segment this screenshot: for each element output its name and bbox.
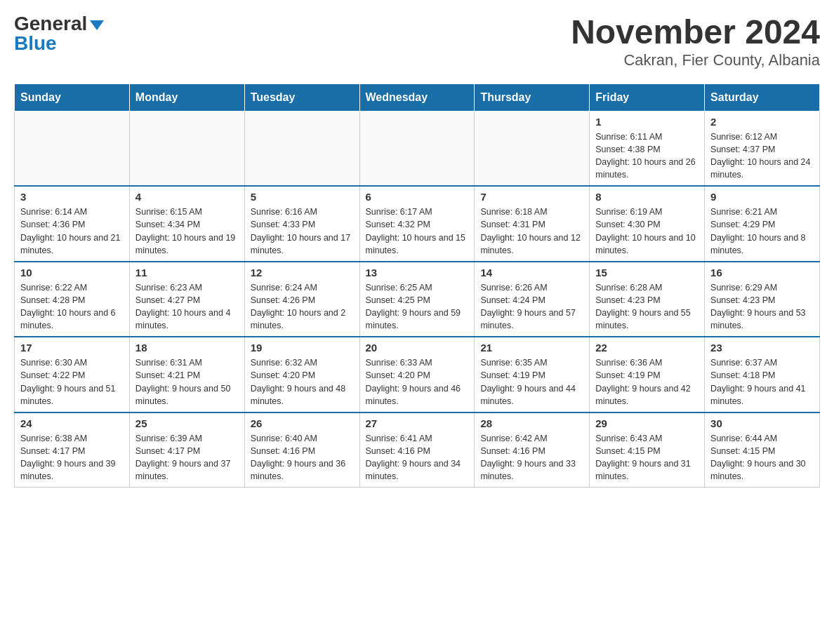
day-number: 18	[135, 342, 239, 354]
col-monday: Monday	[129, 83, 244, 111]
day-info: Sunrise: 6:30 AMSunset: 4:22 PMDaylight:…	[20, 356, 124, 408]
day-info: Sunrise: 6:26 AMSunset: 4:24 PMDaylight:…	[480, 281, 583, 333]
col-saturday: Saturday	[705, 83, 820, 111]
day-number: 2	[710, 116, 814, 128]
month-year-title: November 2024	[571, 14, 820, 51]
day-info: Sunrise: 6:23 AMSunset: 4:27 PMDaylight:…	[135, 281, 239, 333]
table-row: 17Sunrise: 6:30 AMSunset: 4:22 PMDayligh…	[15, 337, 130, 412]
calendar-table: Sunday Monday Tuesday Wednesday Thursday…	[14, 83, 820, 488]
table-row: 26Sunrise: 6:40 AMSunset: 4:16 PMDayligh…	[244, 412, 359, 488]
table-row	[244, 111, 359, 186]
day-info: Sunrise: 6:21 AMSunset: 4:29 PMDaylight:…	[710, 206, 814, 257]
logo-triangle-icon	[90, 20, 104, 30]
table-row: 29Sunrise: 6:43 AMSunset: 4:15 PMDayligh…	[590, 412, 705, 488]
calendar-week-row: 17Sunrise: 6:30 AMSunset: 4:22 PMDayligh…	[15, 337, 820, 412]
day-info: Sunrise: 6:31 AMSunset: 4:21 PMDaylight:…	[135, 356, 239, 408]
table-row	[129, 111, 244, 186]
day-number: 21	[480, 342, 583, 354]
day-number: 19	[251, 342, 354, 354]
calendar-week-row: 3Sunrise: 6:14 AMSunset: 4:36 PMDaylight…	[15, 186, 820, 262]
calendar-week-row: 24Sunrise: 6:38 AMSunset: 4:17 PMDayligh…	[15, 412, 820, 488]
col-thursday: Thursday	[475, 83, 590, 111]
day-number: 24	[20, 417, 124, 429]
day-info: Sunrise: 6:38 AMSunset: 4:17 PMDaylight:…	[20, 432, 124, 483]
day-info: Sunrise: 6:39 AMSunset: 4:17 PMDaylight:…	[135, 432, 239, 483]
calendar-week-row: 10Sunrise: 6:22 AMSunset: 4:28 PMDayligh…	[15, 262, 820, 337]
table-row	[475, 111, 590, 186]
table-row: 13Sunrise: 6:25 AMSunset: 4:25 PMDayligh…	[359, 262, 475, 337]
day-number: 15	[595, 267, 699, 279]
day-info: Sunrise: 6:33 AMSunset: 4:20 PMDaylight:…	[366, 356, 469, 408]
day-info: Sunrise: 6:42 AMSunset: 4:16 PMDaylight:…	[480, 432, 583, 483]
day-number: 9	[710, 191, 814, 203]
day-number: 5	[251, 191, 354, 203]
day-info: Sunrise: 6:35 AMSunset: 4:19 PMDaylight:…	[480, 356, 583, 408]
day-info: Sunrise: 6:17 AMSunset: 4:32 PMDaylight:…	[366, 206, 469, 257]
day-number: 12	[251, 267, 354, 279]
table-row: 27Sunrise: 6:41 AMSunset: 4:16 PMDayligh…	[359, 412, 475, 488]
day-info: Sunrise: 6:24 AMSunset: 4:26 PMDaylight:…	[251, 281, 354, 333]
day-number: 11	[135, 267, 239, 279]
table-row: 24Sunrise: 6:38 AMSunset: 4:17 PMDayligh…	[15, 412, 130, 488]
title-section: November 2024 Cakran, Fier County, Alban…	[571, 14, 820, 69]
day-info: Sunrise: 6:41 AMSunset: 4:16 PMDaylight:…	[366, 432, 469, 483]
day-number: 7	[480, 191, 583, 203]
location-subtitle: Cakran, Fier County, Albania	[571, 51, 820, 69]
col-wednesday: Wednesday	[359, 83, 475, 111]
calendar-week-row: 1Sunrise: 6:11 AMSunset: 4:38 PMDaylight…	[15, 111, 820, 186]
day-info: Sunrise: 6:19 AMSunset: 4:30 PMDaylight:…	[595, 206, 699, 257]
table-row: 23Sunrise: 6:37 AMSunset: 4:18 PMDayligh…	[705, 337, 820, 412]
day-number: 25	[135, 417, 239, 429]
day-info: Sunrise: 6:18 AMSunset: 4:31 PMDaylight:…	[480, 206, 583, 257]
table-row: 10Sunrise: 6:22 AMSunset: 4:28 PMDayligh…	[15, 262, 130, 337]
day-info: Sunrise: 6:36 AMSunset: 4:19 PMDaylight:…	[595, 356, 699, 408]
table-row: 1Sunrise: 6:11 AMSunset: 4:38 PMDaylight…	[590, 111, 705, 186]
day-info: Sunrise: 6:16 AMSunset: 4:33 PMDaylight:…	[251, 206, 354, 257]
day-number: 30	[710, 417, 814, 429]
day-info: Sunrise: 6:43 AMSunset: 4:15 PMDaylight:…	[595, 432, 699, 483]
day-info: Sunrise: 6:32 AMSunset: 4:20 PMDaylight:…	[251, 356, 354, 408]
logo: General Blue	[14, 14, 104, 53]
day-number: 28	[480, 417, 583, 429]
table-row: 15Sunrise: 6:28 AMSunset: 4:23 PMDayligh…	[590, 262, 705, 337]
calendar-header-row: Sunday Monday Tuesday Wednesday Thursday…	[15, 83, 820, 111]
day-number: 23	[710, 342, 814, 354]
day-info: Sunrise: 6:25 AMSunset: 4:25 PMDaylight:…	[366, 281, 469, 333]
table-row: 3Sunrise: 6:14 AMSunset: 4:36 PMDaylight…	[15, 186, 130, 262]
table-row: 30Sunrise: 6:44 AMSunset: 4:15 PMDayligh…	[705, 412, 820, 488]
day-number: 1	[595, 116, 699, 128]
table-row: 19Sunrise: 6:32 AMSunset: 4:20 PMDayligh…	[244, 337, 359, 412]
day-info: Sunrise: 6:15 AMSunset: 4:34 PMDaylight:…	[135, 206, 239, 257]
table-row: 25Sunrise: 6:39 AMSunset: 4:17 PMDayligh…	[129, 412, 244, 488]
table-row	[15, 111, 130, 186]
day-number: 27	[366, 417, 469, 429]
day-number: 6	[366, 191, 469, 203]
day-info: Sunrise: 6:12 AMSunset: 4:37 PMDaylight:…	[710, 130, 814, 182]
logo-general-text: General	[14, 13, 87, 34]
table-row: 8Sunrise: 6:19 AMSunset: 4:30 PMDaylight…	[590, 186, 705, 262]
table-row: 21Sunrise: 6:35 AMSunset: 4:19 PMDayligh…	[475, 337, 590, 412]
day-info: Sunrise: 6:22 AMSunset: 4:28 PMDaylight:…	[20, 281, 124, 333]
day-number: 8	[595, 191, 699, 203]
table-row: 7Sunrise: 6:18 AMSunset: 4:31 PMDaylight…	[475, 186, 590, 262]
day-number: 13	[366, 267, 469, 279]
day-number: 16	[710, 267, 814, 279]
day-number: 20	[366, 342, 469, 354]
day-number: 3	[20, 191, 124, 203]
table-row: 6Sunrise: 6:17 AMSunset: 4:32 PMDaylight…	[359, 186, 475, 262]
table-row: 18Sunrise: 6:31 AMSunset: 4:21 PMDayligh…	[129, 337, 244, 412]
day-number: 26	[251, 417, 354, 429]
day-number: 17	[20, 342, 124, 354]
table-row: 2Sunrise: 6:12 AMSunset: 4:37 PMDaylight…	[705, 111, 820, 186]
col-friday: Friday	[590, 83, 705, 111]
table-row: 9Sunrise: 6:21 AMSunset: 4:29 PMDaylight…	[705, 186, 820, 262]
day-number: 14	[480, 267, 583, 279]
day-info: Sunrise: 6:11 AMSunset: 4:38 PMDaylight:…	[595, 130, 699, 182]
table-row	[359, 111, 475, 186]
table-row: 28Sunrise: 6:42 AMSunset: 4:16 PMDayligh…	[475, 412, 590, 488]
day-number: 22	[595, 342, 699, 354]
day-info: Sunrise: 6:14 AMSunset: 4:36 PMDaylight:…	[20, 206, 124, 257]
logo-blue-text: Blue	[14, 34, 57, 53]
day-number: 29	[595, 417, 699, 429]
logo-top: General	[14, 14, 104, 34]
